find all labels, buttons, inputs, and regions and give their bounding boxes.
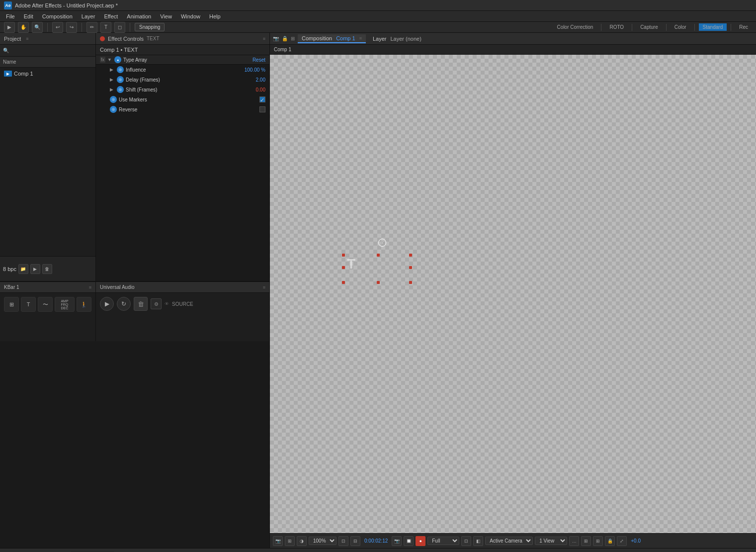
viewer-render2-btn[interactable]: ⊞ — [593, 536, 603, 546]
tool-pen[interactable]: ✏ — [86, 22, 97, 33]
ec-influence-row: ▶ ◎ Influence 100.00 % — [96, 65, 269, 75]
tool-undo[interactable]: ↩ — [52, 22, 63, 33]
kbar-icon-person[interactable]: 🚶 — [77, 297, 91, 312]
anchor-point[interactable]: + — [378, 239, 386, 247]
ec-title-label: Effect Controls — [108, 36, 144, 42]
audio-delete-btn[interactable]: 🗑 — [134, 297, 148, 311]
ec-shift-expand[interactable]: ▶ — [110, 87, 115, 92]
toolbar-sep3 — [130, 23, 130, 32]
ec-expand-arrow[interactable]: ▼ — [107, 57, 112, 62]
viewer-safe-btn[interactable]: ⊟ — [350, 536, 360, 546]
viewer-alpha-btn[interactable]: ◧ — [473, 536, 483, 546]
ec-reverse-checkbox[interactable] — [259, 106, 265, 112]
handle-bl[interactable] — [342, 281, 345, 284]
audio-header: Universal Audio ≡ — [96, 282, 269, 293]
viewer-channel-btn[interactable]: ◑ — [297, 536, 307, 546]
project-menu-icon[interactable]: ≡ — [26, 36, 28, 41]
kbar-icon-amp[interactable]: AMPFRQDEC — [55, 297, 75, 312]
viewer-layer-label: Layer — [373, 36, 387, 42]
new-folder-btn[interactable]: 📁 — [18, 264, 28, 274]
ec-reset-btn[interactable]: Reset — [252, 57, 265, 63]
viewer-comp-tab[interactable]: Composition Comp 1 ≡ — [298, 34, 366, 43]
viewer-snap-btn[interactable]: 📷 — [273, 536, 283, 546]
tool-hand[interactable]: ✋ — [18, 22, 29, 33]
viewer-more-btn[interactable]: … — [569, 536, 579, 546]
toolbar-sep2 — [82, 23, 82, 32]
ec-markers-label: Use Markers — [119, 97, 257, 102]
ec-delay-expand[interactable]: ▶ — [110, 77, 115, 82]
ws-roto[interactable]: ROTO — [605, 23, 628, 31]
audio-settings-btn[interactable]: ⚙ — [151, 298, 162, 309]
viewer-fit-btn[interactable]: ⊡ — [338, 536, 348, 546]
viewer-quality-select[interactable]: Full Half Quarter — [427, 537, 459, 545]
tool-text[interactable]: T — [100, 22, 111, 33]
delete-btn[interactable]: 🗑 — [42, 264, 52, 274]
viewer-snapshot-btn[interactable]: 📷 — [392, 536, 402, 546]
ec-markers-checkbox[interactable]: ✓ — [259, 96, 265, 102]
menu-effect[interactable]: Effect — [100, 12, 122, 20]
project-item[interactable]: ▶ Comp 1 — [2, 70, 93, 78]
ec-inf-expand[interactable]: ▶ — [110, 67, 115, 72]
menu-composition[interactable]: Composition — [38, 12, 77, 20]
menu-file[interactable]: File — [2, 12, 19, 20]
viewer-show-snap-btn[interactable]: 🔲 — [404, 536, 414, 546]
tool-select[interactable]: ▶ — [4, 22, 15, 33]
ec-type-array-icon: ● — [114, 56, 121, 63]
viewer-render-btn[interactable]: ● — [416, 536, 425, 546]
viewer-grid-btn[interactable]: ⊞ — [285, 536, 295, 546]
viewer-canvas[interactable]: T + — [270, 55, 756, 533]
kbar-icon-text[interactable]: T — [21, 297, 36, 312]
ws-color-correction[interactable]: Color Correction — [553, 23, 597, 31]
new-comp-btn[interactable]: ▶ — [30, 264, 40, 274]
ec-shift-value[interactable]: 0.00 — [256, 87, 265, 92]
timeline-tab-render-queue[interactable]: × Render Queue — [4, 551, 67, 552]
tool-redo[interactable]: ↪ — [66, 22, 77, 33]
handle-bm[interactable] — [377, 281, 380, 284]
viewer-reset-btn[interactable]: ⤢ — [617, 536, 627, 546]
handle-tm[interactable] — [377, 254, 380, 257]
ec-inf-label: Influence — [126, 67, 243, 73]
viewer-comp-menu[interactable]: ≡ — [359, 36, 362, 41]
handle-tr[interactable] — [409, 254, 412, 257]
viewer-comp-label: Composition — [302, 35, 332, 41]
workspace-bar: ▶ ✋ 🔍 ↩ ↪ ✏ T ◻ Snapping Color Correctio… — [0, 22, 756, 33]
audio-play-btn[interactable]: ▶ — [100, 297, 114, 311]
menu-view[interactable]: View — [156, 12, 176, 20]
menu-layer[interactable]: Layer — [78, 12, 99, 20]
kbar-icon-grid[interactable]: ⊞ — [4, 297, 19, 312]
handle-mr[interactable] — [409, 266, 412, 269]
ec-menu-icon[interactable]: ≡ — [263, 36, 265, 41]
viewer-view-select[interactable]: 1 View 2 Views — [535, 537, 567, 545]
menu-help[interactable]: Help — [205, 12, 225, 20]
snapping-button[interactable]: Snapping — [135, 23, 165, 31]
menu-window[interactable]: Window — [177, 12, 204, 20]
tool-shape[interactable]: ◻ — [114, 22, 125, 33]
ws-capture[interactable]: Capture — [636, 23, 662, 31]
ec-shift-row: ▶ ◎ Shift (Frames) 0.00 — [96, 85, 269, 94]
ec-delay-value[interactable]: 2.00 — [256, 77, 265, 83]
ec-inf-value[interactable]: 100.00 % — [245, 67, 265, 73]
ws-rec[interactable]: Rec — [735, 23, 752, 31]
search-icon: 🔍 — [3, 48, 9, 53]
menu-animation[interactable]: Animation — [123, 12, 155, 20]
tool-zoom[interactable]: 🔍 — [32, 22, 43, 33]
viewer-lock-btn[interactable]: 🔒 — [605, 536, 615, 546]
ws-standard[interactable]: Standard — [699, 23, 727, 31]
audio-menu-icon[interactable]: ≡ — [263, 285, 265, 290]
handle-br[interactable] — [409, 281, 412, 284]
viewer-region-btn[interactable]: ⊡ — [461, 536, 471, 546]
kbar-icon-wave[interactable]: 〜 — [38, 297, 53, 312]
viewer-zoom-select[interactable]: 100% 50% 200% — [309, 537, 336, 545]
viewer-layer-tab[interactable]: Layer Layer (none) — [369, 35, 425, 43]
viewer-header: 📷 🔒 ⊞ Composition Comp 1 ≡ Layer Layer (… — [270, 33, 756, 45]
handle-tl[interactable] — [342, 254, 345, 257]
menu-bar: File Edit Composition Layer Effect Anima… — [0, 11, 756, 22]
viewer-breadcrumb-label: Comp 1 — [274, 47, 291, 52]
ws-color[interactable]: Color — [671, 23, 690, 31]
kbar-menu-icon[interactable]: ≡ — [89, 285, 91, 290]
audio-loop-btn[interactable]: ↻ — [117, 297, 131, 311]
viewer-grid2-btn[interactable]: ⊞ — [581, 536, 591, 546]
viewer-camera-select[interactable]: Active Camera Camera 1 — [485, 537, 533, 545]
handle-ml[interactable] — [342, 266, 345, 269]
menu-edit[interactable]: Edit — [20, 12, 37, 20]
